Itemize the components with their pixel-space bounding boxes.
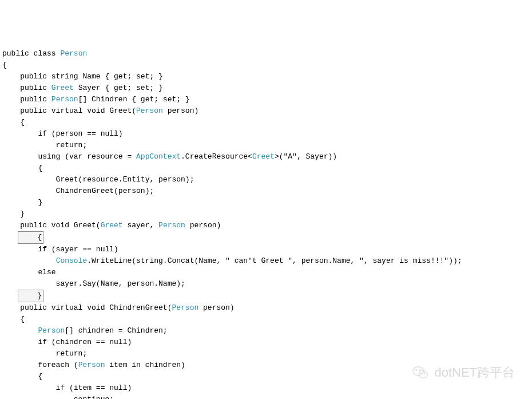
code-line: else [2,268,56,276]
code-line: { [2,164,42,172]
code-line: public class Person [2,49,87,58]
code-line: if (person == null) [2,129,123,138]
code-line: continue; [2,395,114,399]
code-line: { [2,118,25,127]
code-line: public virtual void Greet(Person person) [2,106,198,115]
code-line: } [2,198,42,207]
code-line: Person[] chindren = Chindren; [2,326,168,335]
code-line: sayer.Say(Name, person.Name); [2,279,185,288]
code-line: public void Greet(Greet sayer, Person pe… [2,221,221,230]
code-block: public class Person { public string Name… [2,48,530,399]
brace-highlight: { [18,231,43,244]
code-line: ChindrenGreet(person); [2,187,154,195]
code-line: if (chindren == null) [2,338,132,346]
code-line: Console.WriteLine(string.Concat(Name, " … [2,256,462,265]
code-line: } [2,210,25,218]
brace-highlight: } [18,290,43,302]
code-line: public virtual void ChindrenGreet(Person… [2,303,235,312]
code-line: foreach (Person item in chindren) [2,361,185,369]
code-line: public string Name { get; set; } [2,72,163,81]
code-line: public Person[] Chindren { get; set; } [2,95,190,104]
code-line: using (var resource = AppContext.CreateR… [2,152,337,161]
code-line: { [2,61,7,69]
code-line: return; [2,141,87,149]
code-line: public Greet Sayer { get; set; } [2,84,163,92]
code-line: { [2,372,42,381]
code-line: if (item == null) [2,384,132,392]
code-line: return; [2,349,87,358]
code-line: if (sayer == null) [2,245,118,254]
code-line: { [2,315,25,323]
code-line: Greet(resource.Entity, person); [2,175,194,184]
